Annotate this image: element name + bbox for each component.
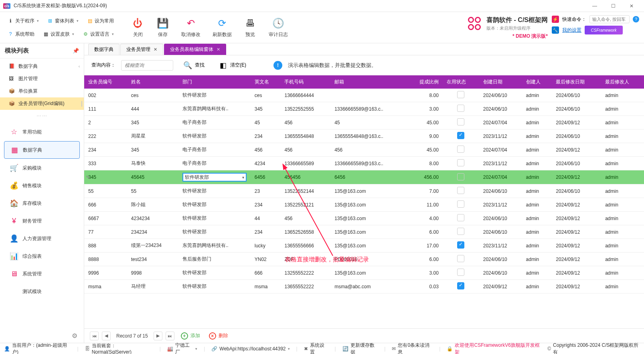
my-settings-link[interactable]: 我的设置 [562, 27, 581, 34]
tab-close-icon[interactable]: ✕ [154, 47, 157, 52]
cell-tel[interactable]: 13655556666 [280, 239, 330, 253]
cell-mu[interactable]: admin [601, 116, 644, 129]
cell-md[interactable]: 2024/09/12 [552, 212, 601, 225]
cell-mail[interactable]: 456 [330, 143, 406, 157]
nav-item[interactable]: 🖥系统管理 [4, 265, 80, 282]
cell-en[interactable]: YN02 [251, 253, 281, 266]
table-row[interactable]: 8888 test234 售后服务部门 YN02 ZDF PD000016 6.… [84, 253, 644, 266]
cell-id[interactable]: ✎345 [84, 170, 127, 184]
cell-mu[interactable]: admin [601, 212, 644, 225]
cell-en[interactable]: 234 [251, 198, 281, 212]
table-row[interactable]: msma 马经理 软件研发部 msma 13655552222 msma@abc… [84, 280, 644, 293]
cell-rate[interactable]: 0.03 [406, 280, 443, 293]
cell-id[interactable]: 55 [84, 184, 127, 198]
save-button[interactable]: 💾保存 [154, 15, 172, 40]
cell-tel[interactable]: 456 [280, 212, 330, 225]
nav-item[interactable]: 📊综合报表 [4, 248, 80, 265]
cell-mu[interactable]: admin [601, 266, 644, 280]
cell-en[interactable]: 234 [251, 225, 281, 239]
cell-md[interactable]: 2024/06/10 [552, 157, 601, 170]
status-sys-settings[interactable]: ✖系统设置 [304, 342, 328, 354]
column-header[interactable]: 最后修改日期 [552, 75, 601, 89]
cell-tel[interactable]: 13655554848 [280, 129, 330, 143]
checkbox-icon[interactable] [457, 200, 464, 208]
column-header[interactable]: 创建日期 [479, 75, 522, 89]
table-row[interactable]: 77 234234 软件研发部 234 13652526558 135@163.… [84, 225, 644, 239]
cell-name[interactable]: 4234234 [127, 212, 178, 225]
cell-cu[interactable]: admin [522, 239, 552, 253]
delete-row-button[interactable]: ×删除 [209, 332, 228, 340]
cell-dept[interactable]: 软件研发部 [178, 184, 251, 198]
cell-status[interactable] [443, 266, 479, 280]
tab[interactable]: 业务员表格编辑窗体✕ [164, 44, 226, 55]
add-row-button[interactable]: +添加 [181, 332, 200, 340]
checkbox-icon[interactable] [457, 91, 464, 98]
cell-dept[interactable]: 软件研发部 [178, 198, 251, 212]
cell-md[interactable]: 2024/09/12 [552, 198, 601, 212]
tab-close-icon[interactable]: ✕ [217, 47, 220, 52]
cell-cu[interactable]: admin [522, 266, 552, 280]
cell-rate[interactable]: 9.00 [406, 129, 443, 143]
cell-md[interactable]: 2024/06/10 [552, 184, 601, 198]
cancel-edit-button[interactable]: ↶取消修改 [179, 15, 203, 40]
cell-id[interactable]: msma [84, 280, 127, 293]
cell-cd[interactable]: 2024/06/10 [479, 266, 522, 280]
cell-dept[interactable]: 软件研发部▾ [178, 170, 251, 184]
cell-cd[interactable]: 2023/11/12 [479, 129, 522, 143]
cell-id[interactable]: 666 [84, 198, 127, 212]
cell-en[interactable]: msma [251, 280, 281, 293]
cell-en[interactable]: 23 [251, 184, 281, 198]
cell-cd[interactable]: 2024/06/10 [479, 212, 522, 225]
cell-id[interactable]: 222 [84, 129, 127, 143]
search-input[interactable] [121, 60, 173, 71]
cell-name[interactable]: 345 [127, 116, 178, 129]
checkbox-icon[interactable] [457, 228, 464, 235]
cell-tel[interactable]: 456 [280, 116, 330, 129]
cell-cd[interactable]: 2024/07/04 [479, 143, 522, 157]
cell-dept[interactable]: 软件研发部 [178, 266, 251, 280]
cell-id[interactable]: 9996 [84, 266, 127, 280]
cell-rate[interactable]: 4.00 [406, 212, 443, 225]
cell-cu[interactable]: admin [522, 198, 552, 212]
refresh-button[interactable]: ⟳刷新数据 [210, 15, 234, 40]
cell-name[interactable]: 9998 [127, 266, 178, 280]
cell-rate[interactable]: 456.00 [406, 170, 443, 184]
cell-status[interactable] [443, 212, 479, 225]
cell-cd[interactable]: 2024/09/12 [479, 280, 522, 293]
cell-mail[interactable]: 13655554848@163.c.. [330, 129, 406, 143]
table-row[interactable]: 222 周星星 软件研发部 234 13655554848 1365555484… [84, 129, 644, 143]
cell-mu[interactable]: admin [601, 280, 644, 293]
maximize-button[interactable]: ☐ [604, 0, 622, 12]
window-list-button[interactable]: ⊞窗体列表▾ [44, 16, 82, 26]
table-row[interactable]: 666 陈小姐 软件研发部 234 13522552121 135@163.co… [84, 198, 644, 212]
cell-rate[interactable]: 8.00 [406, 89, 443, 102]
cell-en[interactable]: 6456 [251, 170, 281, 184]
cell-mail[interactable]: 135@163.com [330, 266, 406, 280]
column-header[interactable]: 手机号码 [280, 75, 330, 89]
cell-md[interactable]: 2024/06/10 [552, 89, 601, 102]
preview-button[interactable]: 🖶预览 [241, 15, 259, 40]
checkbox-icon[interactable] [457, 214, 464, 221]
cell-cd[interactable]: 2024/07/04 [479, 116, 522, 129]
status-messages[interactable]: ✉您有0条未读消息 [392, 342, 433, 354]
table-row[interactable]: 9996 9998 软件研发部 666 13255552222 135@163.… [84, 266, 644, 280]
cell-mu[interactable]: admin [601, 198, 644, 212]
cell-dept[interactable]: 东莞喜鹊网络科技有.. [178, 102, 251, 116]
cell-mail[interactable]: 135@163.com [330, 198, 406, 212]
cell-md[interactable]: 2024/09/12 [552, 225, 601, 239]
cell-id[interactable]: 002 [84, 89, 127, 102]
cell-cd[interactable]: 2024/07/04 [479, 170, 522, 184]
nav-item[interactable]: 测试模块 [4, 283, 80, 300]
checkbox-icon[interactable] [457, 118, 464, 125]
cell-id[interactable]: 234 [84, 143, 127, 157]
cell-tel[interactable]: 13522552555 [280, 102, 330, 116]
cell-rate[interactable]: 3.00 [406, 266, 443, 280]
audit-button[interactable]: 🕓审计日志 [266, 15, 290, 40]
nav-item[interactable]: 🛒采购模块 [4, 160, 80, 176]
cell-tel[interactable]: ZDF [280, 253, 330, 266]
cell-rate[interactable]: 11.00 [406, 198, 443, 212]
cell-dept[interactable]: 电子商务部 [178, 157, 251, 170]
table-row[interactable]: 333 马泰快 电子商务部 4234 13366665589 133666655… [84, 157, 644, 170]
pin-icon[interactable]: 📌 [73, 48, 79, 54]
cell-mail[interactable]: 13366665589@163.c.. [330, 102, 406, 116]
